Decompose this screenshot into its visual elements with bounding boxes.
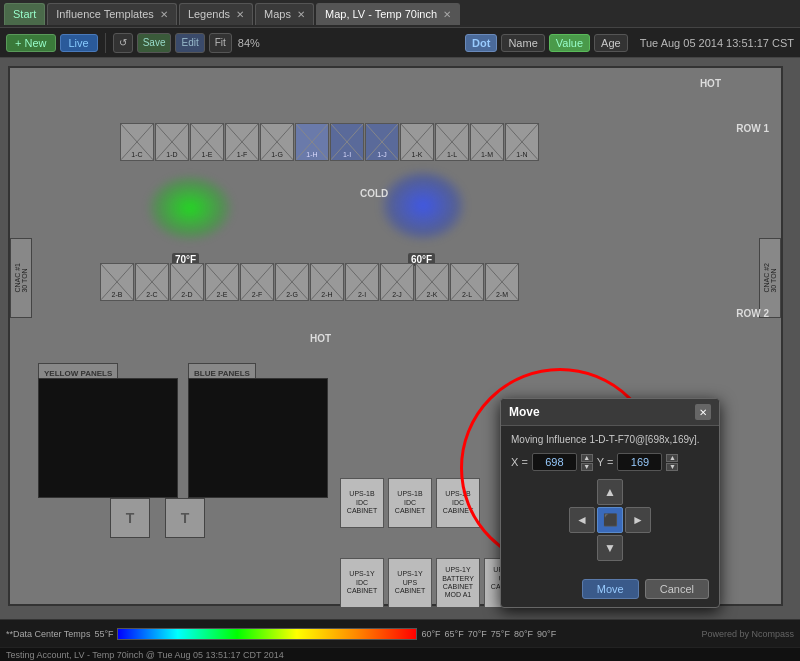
arrow-center-button[interactable]: ⬛ [597, 507, 623, 533]
arrow-empty-tr [625, 479, 651, 505]
rack-1d[interactable]: 1-D [155, 123, 189, 161]
arrow-left-button[interactable]: ◄ [569, 507, 595, 533]
rack-2k[interactable]: 2-K [415, 263, 449, 301]
dialog-close-button[interactable]: ✕ [695, 404, 711, 420]
arrow-down-button[interactable]: ▼ [597, 535, 623, 561]
cnac2-label: CNAC #230 TON [763, 263, 777, 293]
hot-label-bottom: HOT [310, 333, 331, 344]
rack-2g[interactable]: 2-G [275, 263, 309, 301]
rack-2j[interactable]: 2-J [380, 263, 414, 301]
status-temp-label: **Data Center Temps [6, 629, 90, 639]
rack-1c[interactable]: 1-C [120, 123, 154, 161]
tab-map-lv-temp-label: Map, LV - Temp 70inch [325, 8, 437, 20]
y-spin-up[interactable]: ▲ [666, 454, 678, 462]
influence-blue[interactable] [378, 168, 468, 243]
rack-2c[interactable]: 2-C [135, 263, 169, 301]
hot-label-top: HOT [700, 78, 721, 89]
fit-button[interactable]: Fit [209, 33, 232, 53]
rack-1g[interactable]: 1-G [260, 123, 294, 161]
influence-green[interactable] [145, 173, 235, 243]
rack-2f[interactable]: 2-F [240, 263, 274, 301]
x-spin-down[interactable]: ▼ [581, 463, 593, 471]
dialog-footer: Move Cancel [501, 573, 719, 607]
move-button[interactable]: Move [582, 579, 639, 599]
rack-row-2: 2-B 2-C 2-D 2-E 2-F 2-G [100, 263, 519, 301]
new-button[interactable]: + New [6, 34, 56, 52]
y-spinner: ▲ ▼ [666, 454, 678, 471]
rack-2b[interactable]: 2-B [100, 263, 134, 301]
rack-1n[interactable]: 1-N [505, 123, 539, 161]
zoom-level: 84% [238, 37, 260, 49]
rack-1l[interactable]: 1-L [435, 123, 469, 161]
arrow-up-button[interactable]: ▲ [597, 479, 623, 505]
dialog-header: Move ✕ [501, 399, 719, 426]
equip-ups1b-idc-3: UPS-1BIDCCABINET [436, 478, 480, 528]
y-input[interactable] [617, 453, 662, 471]
rack-2d[interactable]: 2-D [170, 263, 204, 301]
cold-label: COLD [360, 188, 388, 199]
value-button[interactable]: Value [549, 34, 590, 52]
tab-legends-close[interactable]: ✕ [236, 9, 244, 20]
status-bar: **Data Center Temps 55°F 60°F 65°F 70°F … [0, 619, 800, 647]
save-button[interactable]: Save [137, 33, 172, 53]
edit-button[interactable]: Edit [175, 33, 204, 53]
y-spin-down[interactable]: ▼ [666, 463, 678, 471]
rack-1e[interactable]: 1-E [190, 123, 224, 161]
tab-map-lv-temp-close[interactable]: ✕ [443, 9, 451, 20]
tab-start[interactable]: Start [4, 3, 45, 25]
temp-mid5: 80°F [514, 629, 533, 639]
tab-maps-label: Maps [264, 8, 291, 20]
x-input[interactable] [532, 453, 577, 471]
x-spin-up[interactable]: ▲ [581, 454, 593, 462]
y-label: Y = [597, 456, 614, 468]
rack-2i[interactable]: 2-I [345, 263, 379, 301]
account-text: Testing Account, LV - Temp 70inch @ Tue … [6, 650, 284, 660]
dialog-body: Moving Influence 1-D-T-F70@[698x,169y]. … [501, 426, 719, 573]
temperature-gradient-scale [117, 628, 417, 640]
tab-bar: Start Influence Templates ✕ Legends ✕ Ma… [0, 0, 800, 28]
rack-1f[interactable]: 1-F [225, 123, 259, 161]
temp-max: 90°F [537, 629, 556, 639]
rack-1j[interactable]: 1-J [365, 123, 399, 161]
tab-influence-templates-label: Influence Templates [56, 8, 154, 20]
arrow-right-button[interactable]: ► [625, 507, 651, 533]
live-button[interactable]: Live [60, 34, 98, 52]
temp-mid1: 60°F [421, 629, 440, 639]
rack-1i[interactable]: 1-I [330, 123, 364, 161]
refresh-icon-button[interactable]: ↺ [113, 33, 133, 53]
tab-start-label: Start [13, 8, 36, 20]
age-button[interactable]: Age [594, 34, 628, 52]
toolbar: + New Live ↺ Save Edit Fit 84% Dot Name … [0, 28, 800, 58]
rack-2e[interactable]: 2-E [205, 263, 239, 301]
rack-2h[interactable]: 2-H [310, 263, 344, 301]
t-box-1: T [110, 498, 150, 538]
move-dialog: Move ✕ Moving Influence 1-D-T-F70@[698x,… [500, 398, 720, 608]
temp-min-label: 55°F [94, 629, 113, 639]
tab-map-lv-temp[interactable]: Map, LV - Temp 70inch ✕ [316, 3, 460, 25]
tab-influence-templates-close[interactable]: ✕ [160, 9, 168, 20]
tab-maps-close[interactable]: ✕ [297, 9, 305, 20]
rack-1m[interactable]: 1-M [470, 123, 504, 161]
rack-1h[interactable]: 1-H [295, 123, 329, 161]
cancel-button[interactable]: Cancel [645, 579, 709, 599]
arrow-empty-bl [569, 535, 595, 561]
arrow-empty-tl [569, 479, 595, 505]
canvas-area[interactable]: HOT ROW 1 CNAC #130 TON CNAC #230 TON 70… [0, 58, 800, 619]
rack-2l[interactable]: 2-L [450, 263, 484, 301]
temp-mid2: 65°F [445, 629, 464, 639]
timestamp-label: Tue Aug 05 2014 13:51:17 CST [640, 37, 794, 49]
tab-legends[interactable]: Legends ✕ [179, 3, 253, 25]
arrow-grid: ▲ ◄ ⬛ ► ▼ [569, 479, 651, 561]
equip-ups1y-idc: UPS-1YIDCCABINET [340, 558, 384, 608]
equip-ups1y-bat-a1: UPS-1YBATTERYCABINETMOD A1 [436, 558, 480, 608]
row2-label: ROW 2 [736, 308, 769, 319]
account-status-bar: Testing Account, LV - Temp 70inch @ Tue … [0, 647, 800, 661]
rack-1k[interactable]: 1-K [400, 123, 434, 161]
name-button[interactable]: Name [501, 34, 544, 52]
tab-influence-templates[interactable]: Influence Templates ✕ [47, 3, 177, 25]
tab-maps[interactable]: Maps ✕ [255, 3, 314, 25]
dot-button[interactable]: Dot [465, 34, 497, 52]
yellow-panels-label: YELLOW PANELS [44, 369, 112, 378]
floor-plan: HOT ROW 1 CNAC #130 TON CNAC #230 TON 70… [8, 66, 783, 606]
rack-2m[interactable]: 2-M [485, 263, 519, 301]
